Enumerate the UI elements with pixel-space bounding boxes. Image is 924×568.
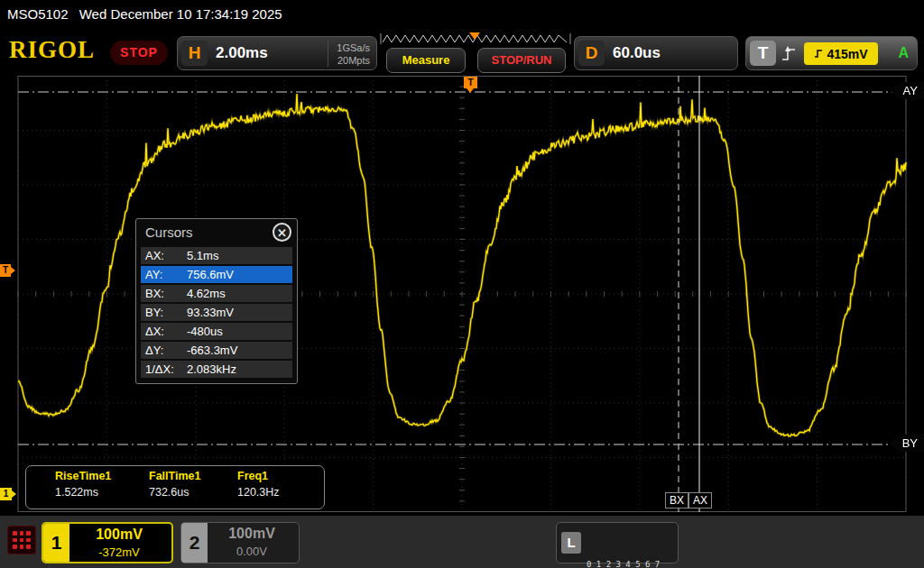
bottom-bar: 1 100mV -372mV 2 100mV 0.00V L 0 1 2 3 4… bbox=[0, 514, 924, 568]
cursor-row[interactable]: BY:93.33mV bbox=[141, 304, 292, 321]
cursor-row[interactable]: BX:4.62ms bbox=[141, 285, 292, 302]
cursor-row-label: 1/ΔX: bbox=[145, 361, 187, 378]
horizontal-key-icon: H bbox=[181, 41, 208, 66]
cursor-rows: AX:5.1msAY:756.6mVBX:4.62msBY:93.33mVΔX:… bbox=[136, 247, 297, 378]
timebase-value: 2.00ms bbox=[216, 37, 268, 69]
acquisition-info: 1GSa/s 20Mpts bbox=[328, 41, 370, 67]
channel2-number: 2 bbox=[181, 523, 208, 563]
memory-position-strip[interactable] bbox=[379, 32, 572, 45]
cursor-row[interactable]: AY:756.6mV bbox=[141, 266, 292, 283]
channel1-offset: -372mV bbox=[70, 545, 168, 559]
cursor-row[interactable]: ΔY:-663.3mV bbox=[141, 342, 292, 359]
sample-rate: 1GSa/s bbox=[337, 41, 370, 54]
logic-channels-panel[interactable]: L 0 1 2 3 4 5 6 7 8 9 10 11 12 13 14 15 bbox=[556, 522, 679, 563]
cursors-dialog: Cursors ✕ AX:5.1msAY:756.6mVBX:4.62msBY:… bbox=[135, 218, 298, 384]
trigger-level-badge[interactable]: 415mV bbox=[804, 42, 878, 65]
datetime: Wed December 10 17:34:19 2025 bbox=[79, 6, 282, 22]
close-icon[interactable]: ✕ bbox=[273, 223, 291, 242]
delay-value: 60.0us bbox=[613, 37, 661, 69]
memory-depth: 20Mpts bbox=[337, 54, 370, 67]
cursor-row[interactable]: ΔX:-480us bbox=[141, 323, 292, 340]
measurement-name: FallTime1 bbox=[149, 470, 200, 482]
trigger-level-value: 415mV bbox=[827, 47, 867, 61]
cursor-row-value: 756.6mV bbox=[187, 266, 234, 283]
trigger-key-icon: T bbox=[750, 41, 776, 66]
menu-grid-icon[interactable] bbox=[7, 526, 36, 554]
cursor-row-value: -480us bbox=[187, 323, 223, 340]
cursor-row-label: AX: bbox=[145, 247, 187, 264]
cursor-row-value: 4.62ms bbox=[187, 285, 226, 302]
cursor-bx-tag[interactable]: BX bbox=[665, 492, 688, 508]
logic-row-1: 0 1 2 3 4 5 6 7 bbox=[587, 557, 689, 568]
trigger-position-label: T bbox=[467, 78, 473, 87]
trigger-slope-icon bbox=[781, 43, 797, 63]
cursor-row-value: -663.3mV bbox=[187, 342, 237, 359]
run-state-badge[interactable]: STOP bbox=[110, 41, 168, 65]
cursor-row-value: 93.33mV bbox=[187, 304, 234, 321]
ch1-level-marker[interactable]: 1 bbox=[0, 488, 12, 500]
trigger-level-marker[interactable]: T bbox=[0, 264, 11, 277]
channel2-scale: 100mV bbox=[208, 526, 295, 542]
header: RIGOL STOP H 2.00ms 1GSa/s 20Mpts Measur… bbox=[0, 29, 924, 74]
model-name: MSO5102 bbox=[7, 6, 69, 22]
stop-run-button[interactable]: STOP/RUN bbox=[477, 48, 566, 73]
delay-key-icon: D bbox=[578, 41, 605, 66]
measurement-panel[interactable]: RiseTime1 1.522ms FallTime1 732.6us Freq… bbox=[25, 465, 325, 509]
logic-channel-numbers: 0 1 2 3 4 5 6 7 8 9 10 11 12 13 14 15 bbox=[587, 528, 689, 568]
cursor-row-label: BY: bbox=[145, 304, 187, 321]
channel2-offset: 0.00V bbox=[208, 545, 295, 558]
measurement-value: 1.522ms bbox=[55, 486, 111, 499]
horizontal-panel[interactable]: H 2.00ms 1GSa/s 20Mpts bbox=[177, 36, 377, 70]
trigger-mode: A bbox=[898, 37, 909, 69]
logic-key-icon: L bbox=[561, 532, 581, 554]
measurement-name: RiseTime1 bbox=[55, 470, 111, 482]
cursor-row[interactable]: AX:5.1ms bbox=[141, 247, 292, 264]
trigger-position-marker[interactable]: T bbox=[464, 77, 477, 88]
cursor-row-label: BX: bbox=[145, 285, 187, 302]
measurement-risetime: RiseTime1 1.522ms bbox=[55, 470, 111, 499]
cursor-row-value: 5.1ms bbox=[187, 247, 218, 264]
rigol-logo: RIGOL bbox=[9, 36, 95, 64]
trigger-level-label: T bbox=[3, 265, 8, 275]
channel1-number: 1 bbox=[43, 524, 69, 562]
channel2-panel[interactable]: 2 100mV 0.00V bbox=[180, 522, 300, 563]
measurement-value: 120.3Hz bbox=[237, 486, 280, 499]
cursor-row-label: ΔX: bbox=[145, 323, 187, 340]
channel1-scale: 100mV bbox=[70, 527, 168, 543]
cursor-row-label: AY: bbox=[145, 266, 187, 283]
cursor-row-label: ΔY: bbox=[145, 342, 187, 359]
oscilloscope-screen: MSO5102 Wed December 10 17:34:19 2025 RI… bbox=[0, 0, 924, 568]
cursor-ax-tag[interactable]: AX bbox=[688, 492, 712, 508]
measurement-freq: Freq1 120.3Hz bbox=[237, 470, 280, 499]
titlebar: MSO5102 Wed December 10 17:34:19 2025 bbox=[0, 0, 924, 29]
measurement-name: Freq1 bbox=[237, 470, 280, 482]
measurement-value: 732.6us bbox=[149, 486, 200, 499]
measure-button[interactable]: Measure bbox=[386, 48, 466, 73]
measurement-falltime: FallTime1 732.6us bbox=[149, 470, 200, 499]
cursor-row-value: 2.083kHz bbox=[187, 361, 236, 378]
trigger-panel[interactable]: T 415mV A bbox=[745, 36, 918, 70]
channel1-panel[interactable]: 1 100mV -372mV bbox=[42, 522, 173, 563]
delay-panel[interactable]: D 60.0us bbox=[574, 36, 738, 70]
trigger-edge-icon bbox=[814, 48, 824, 60]
cursor-row[interactable]: 1/ΔX:2.083kHz bbox=[141, 361, 292, 378]
